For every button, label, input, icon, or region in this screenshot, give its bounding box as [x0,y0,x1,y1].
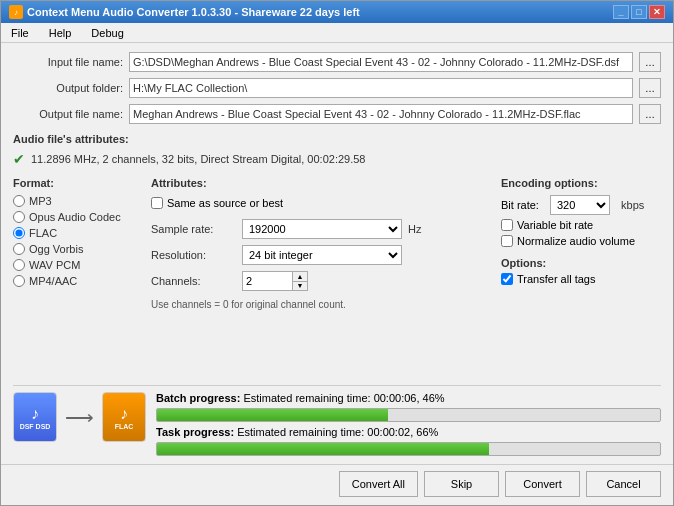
normalize-checkbox[interactable] [501,235,513,247]
options-title: Options: [501,257,661,269]
content-area: Input file name: … Output folder: … Outp… [1,43,673,464]
task-label-bold: Task progress: [156,426,234,438]
format-mp4-label: MP4/AAC [29,275,77,287]
format-wav[interactable]: WAV PCM [13,259,143,271]
normalize-row[interactable]: Normalize audio volume [501,235,661,247]
transfer-tags-label: Transfer all tags [517,273,595,285]
convert-all-button[interactable]: Convert All [339,471,418,497]
menu-bar: File Help Debug [1,23,673,43]
minimize-button[interactable]: _ [613,5,629,19]
channels-spinbox: ▲ ▼ [242,271,308,291]
format-ogg-radio[interactable] [13,243,25,255]
transfer-tags-row[interactable]: Transfer all tags [501,273,661,285]
menu-file[interactable]: File [5,25,35,41]
format-flac-radio[interactable] [13,227,25,239]
task-progress-bar-fill [157,443,489,455]
format-mp3[interactable]: MP3 [13,195,143,207]
format-wav-radio[interactable] [13,259,25,271]
variable-bitrate-checkbox[interactable] [501,219,513,231]
format-ogg-label: Ogg Vorbis [29,243,83,255]
format-opus[interactable]: Opus Audio Codec [13,211,143,223]
channels-up-button[interactable]: ▲ [293,272,307,282]
cancel-button[interactable]: Cancel [586,471,661,497]
kbps-unit-label: kbps [621,199,644,211]
checkmark-icon: ✔ [13,151,25,167]
dsf-music-symbol: ♪ [31,405,39,423]
bottom-section: ♪ DSF DSD ⟶ ♪ FLAC Batch progress: Estim… [13,385,661,456]
same-source-checkbox[interactable] [151,197,163,209]
format-wav-label: WAV PCM [29,259,80,271]
bitrate-label: Bit rate: [501,199,539,211]
input-file-label: Input file name: [13,56,123,68]
task-progress-label: Task progress: Estimated remaining time:… [156,426,661,438]
convert-button[interactable]: Convert [505,471,580,497]
input-file-browse[interactable]: … [639,52,661,72]
button-bar: Convert All Skip Convert Cancel [1,464,673,505]
output-file-field[interactable] [129,104,633,124]
output-folder-browse[interactable]: … [639,78,661,98]
channels-label: Channels: [151,275,236,287]
batch-info-text: Estimated remaining time: 00:00:06, 46% [243,392,444,404]
flac-icon-inner: ♪ FLAC [103,393,145,441]
task-progress-bar-bg [156,442,661,456]
format-opus-label: Opus Audio Codec [29,211,121,223]
sample-rate-select[interactable]: 192000 96000 48000 44100 [242,219,402,239]
batch-progress-label: Batch progress: Estimated remaining time… [156,392,661,404]
output-folder-field[interactable] [129,78,633,98]
menu-debug[interactable]: Debug [85,25,129,41]
batch-label-bold: Batch progress: [156,392,240,404]
format-flac[interactable]: FLAC [13,227,143,239]
audio-attributes-title: Audio file's attributes: [13,133,661,145]
close-button[interactable]: ✕ [649,5,665,19]
variable-bitrate-label: Variable bit rate [517,219,593,231]
normalize-label: Normalize audio volume [517,235,635,247]
encoding-panel: Encoding options: Bit rate: 128 192 256 … [501,177,661,375]
converter-visual: ♪ DSF DSD ⟶ ♪ FLAC [13,392,146,442]
format-flac-label: FLAC [29,227,57,239]
resolution-label: Resolution: [151,249,236,261]
format-mp4[interactable]: MP4/AAC [13,275,143,287]
hz-unit-label: Hz [408,223,421,235]
format-opus-radio[interactable] [13,211,25,223]
audio-info-text: 11.2896 MHz, 2 channels, 32 bits, Direct… [31,153,365,165]
dsf-icon-inner: ♪ DSF DSD [14,393,56,441]
format-mp3-label: MP3 [29,195,52,207]
variable-bitrate-row[interactable]: Variable bit rate [501,219,661,231]
format-mp4-radio[interactable] [13,275,25,287]
menu-help[interactable]: Help [43,25,78,41]
channels-down-button[interactable]: ▼ [293,282,307,291]
output-file-row: Output file name: … [13,103,661,125]
attributes-title: Attributes: [151,177,493,189]
resolution-row: Resolution: 16 bit integer 24 bit intege… [151,245,493,265]
input-file-row: Input file name: … [13,51,661,73]
sample-rate-label: Sample rate: [151,223,236,235]
format-ogg[interactable]: Ogg Vorbis [13,243,143,255]
options-section: Options: Transfer all tags [501,257,661,285]
same-source-row: Same as source or best [151,197,493,209]
channels-input[interactable] [242,271,292,291]
window-title: Context Menu Audio Converter 1.0.3.30 - … [27,6,360,18]
title-bar: ♪ Context Menu Audio Converter 1.0.3.30 … [1,1,673,23]
transfer-tags-checkbox[interactable] [501,273,513,285]
batch-progress-bar-fill [157,409,388,421]
skip-button[interactable]: Skip [424,471,499,497]
attributes-panel: Attributes: Same as source or best Sampl… [151,177,493,375]
output-folder-label: Output folder: [13,82,123,94]
resolution-select[interactable]: 16 bit integer 24 bit integer 32 bit flo… [242,245,402,265]
input-file-field[interactable] [129,52,633,72]
channels-arrows: ▲ ▼ [292,271,308,291]
maximize-button[interactable]: □ [631,5,647,19]
audio-info-row: ✔ 11.2896 MHz, 2 channels, 32 bits, Dire… [13,149,661,169]
bitrate-select[interactable]: 128 192 256 320 [550,195,610,215]
flac-label: FLAC [115,423,134,430]
dsf-file-icon: ♪ DSF DSD [13,392,57,442]
output-file-browse[interactable]: … [639,104,661,124]
flac-file-icon: ♪ FLAC [102,392,146,442]
format-mp3-radio[interactable] [13,195,25,207]
progress-area: Batch progress: Estimated remaining time… [156,392,661,456]
channels-note: Use channels = 0 for original channel co… [151,299,493,310]
channels-row: Channels: ▲ ▼ [151,271,493,291]
same-source-label: Same as source or best [167,197,283,209]
bitrate-row: Bit rate: 128 192 256 320 kbps [501,195,661,215]
output-folder-row: Output folder: … [13,77,661,99]
